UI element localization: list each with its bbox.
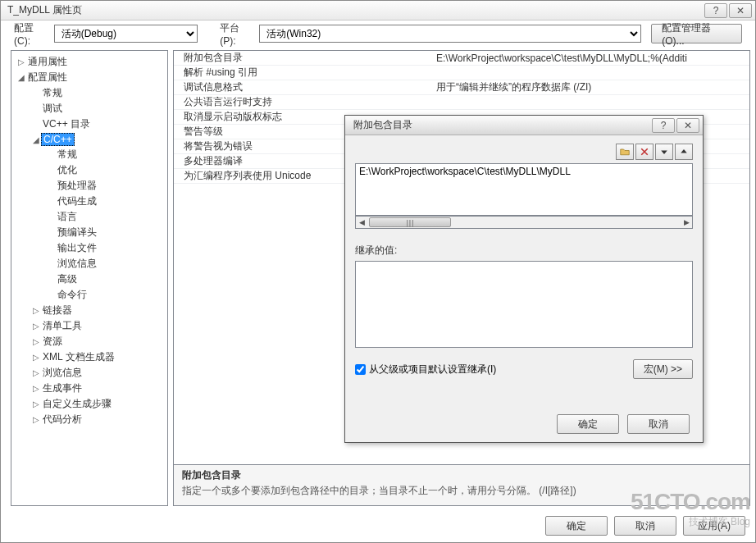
horizontal-scrollbar[interactable]: ◀ III ▶ — [355, 216, 693, 229]
property-row[interactable]: 公共语言运行时支持 — [174, 95, 749, 110]
move-up-button[interactable] — [675, 144, 693, 160]
tree-item-label: 资源 — [41, 335, 64, 349]
new-folder-button[interactable] — [616, 144, 634, 160]
tree-item[interactable]: ▷XML 文档生成器 — [11, 349, 167, 365]
dialog-titlebar: 附加包含目录 ? ✕ — [345, 116, 703, 135]
tree-item[interactable]: 命令行 — [11, 287, 167, 303]
inherited-values-label: 继承的值: — [355, 244, 693, 258]
property-row[interactable]: 附加包含目录E:\WorkProject\workspace\C\test\My… — [174, 51, 749, 66]
macro-button[interactable]: 宏(M) >> — [633, 359, 693, 379]
tree-item[interactable]: 输出文件 — [11, 240, 167, 256]
description-text: 指定一个或多个要添加到包含路径中的目录；当目录不止一个时，请用分号分隔。 (/I… — [182, 484, 741, 498]
tree-item-label: 浏览信息 — [56, 257, 98, 271]
help-icon: ? — [661, 120, 667, 131]
tree-item[interactable]: 预编译头 — [11, 225, 167, 240]
close-icon: ✕ — [684, 120, 692, 131]
cancel-button[interactable]: 取消 — [614, 516, 676, 536]
tree-item-label: 代码生成 — [56, 194, 98, 208]
tree-item-label: VC++ 目录 — [41, 117, 92, 131]
tree-item-label: 优化 — [56, 163, 79, 177]
tree-toggle-icon[interactable]: ▷ — [31, 368, 41, 377]
tree-item[interactable]: 浏览信息 — [11, 256, 167, 272]
tree-item-label: 常规 — [56, 148, 79, 162]
tree-item-label: 预处理器 — [56, 179, 98, 193]
dialog-close-button[interactable]: ✕ — [676, 118, 699, 133]
tree-item[interactable]: ◢C/C++ — [11, 132, 167, 147]
platform-label: 平台(P): — [220, 21, 254, 47]
dialog-ok-button[interactable]: 确定 — [557, 414, 619, 434]
tree-item[interactable]: 代码生成 — [11, 194, 167, 209]
tree-toggle-icon[interactable]: ▷ — [31, 399, 41, 408]
tree-item-label: 代码分析 — [41, 413, 84, 427]
tree-item[interactable]: ▷代码分析 — [11, 412, 167, 427]
close-button[interactable]: ✕ — [729, 3, 752, 18]
tree-item[interactable]: ▷通用属性 — [11, 54, 167, 70]
directory-entry[interactable]: E:\WorkProject\workspace\C\test\MyDLL\My… — [359, 166, 689, 177]
dialog-help-button[interactable]: ? — [652, 118, 675, 133]
inherited-values-list[interactable] — [355, 261, 693, 348]
additional-include-dialog: 附加包含目录 ? ✕ E:\WorkProject\workspace\C\te… — [344, 115, 704, 443]
tree-item[interactable]: 优化 — [11, 162, 167, 178]
tree-item[interactable]: 常规 — [11, 147, 167, 162]
tree-item[interactable]: 预处理器 — [11, 178, 167, 194]
tree-item[interactable]: ◢配置属性 — [11, 70, 167, 85]
move-down-button[interactable] — [655, 144, 673, 160]
dialog-body: E:\WorkProject\workspace\C\test\MyDLL\My… — [345, 135, 703, 387]
property-row[interactable]: 解析 #using 引用 — [174, 66, 749, 80]
tree-toggle-icon[interactable]: ▷ — [31, 306, 41, 315]
tree-toggle-icon[interactable]: ▷ — [31, 353, 41, 362]
help-icon: ? — [713, 5, 719, 16]
tree-toggle-icon[interactable]: ▷ — [31, 322, 41, 331]
description-title: 附加包含目录 — [182, 468, 741, 482]
tree-item-label: 生成事件 — [41, 381, 84, 395]
config-manager-button[interactable]: 配置管理器(O)... — [651, 24, 742, 43]
platform-combo[interactable]: 活动(Win32) — [259, 25, 641, 43]
tree-item[interactable]: 语言 — [11, 209, 167, 225]
property-name: 解析 #using 引用 — [174, 66, 428, 80]
tree-item[interactable]: ▷清单工具 — [11, 318, 167, 334]
tree-toggle-icon[interactable]: ▷ — [31, 337, 41, 346]
tree-toggle-icon[interactable]: ◢ — [31, 135, 41, 144]
tree-item[interactable]: ▷浏览信息 — [11, 365, 167, 381]
scroll-left-icon[interactable]: ◀ — [356, 217, 367, 228]
tree-item[interactable]: ▷资源 — [11, 334, 167, 349]
directory-list[interactable]: E:\WorkProject\workspace\C\test\MyDLL\My… — [355, 163, 693, 216]
property-value[interactable]: E:\WorkProject\workspace\C\test\MyDLL\My… — [428, 52, 749, 64]
tree-toggle-icon[interactable]: ▷ — [16, 57, 26, 66]
tree-item[interactable]: 调试 — [11, 101, 167, 116]
tree-toggle-icon[interactable]: ◢ — [16, 73, 26, 82]
ok-button[interactable]: 确定 — [545, 516, 608, 536]
tree-item[interactable]: ▷链接器 — [11, 303, 167, 318]
property-name: 公共语言运行时支持 — [174, 95, 428, 109]
property-name: 附加包含目录 — [174, 51, 428, 65]
tree-item[interactable]: VC++ 目录 — [11, 116, 167, 132]
scroll-right-icon[interactable]: ▶ — [681, 217, 692, 228]
tree-item-label: XML 文档生成器 — [41, 350, 116, 364]
property-row[interactable]: 调试信息格式用于“编辑并继续”的程序数据库 (/ZI) — [174, 80, 749, 95]
dialog-bottom-buttons: 确定 取消 — [345, 414, 703, 434]
config-label: 配置(C): — [14, 21, 49, 47]
description-panel: 附加包含目录 指定一个或多个要添加到包含路径中的目录；当目录不止一个时，请用分号… — [173, 465, 750, 506]
arrow-down-icon — [659, 147, 669, 157]
tree-item-label: 清单工具 — [41, 319, 84, 333]
config-toolbar: 配置(C): 活动(Debug) 平台(P): 活动(Win32) 配置管理器(… — [1, 21, 755, 47]
tree-item[interactable]: ▷生成事件 — [11, 381, 167, 396]
inherit-checkbox[interactable] — [355, 364, 366, 375]
tree-item-label: 预编译头 — [56, 226, 98, 240]
tree-item[interactable]: ▷自定义生成步骤 — [11, 396, 167, 412]
dialog-cancel-button[interactable]: 取消 — [627, 414, 690, 434]
tree-item[interactable]: 常规 — [11, 85, 167, 101]
config-combo[interactable]: 活动(Debug) — [54, 25, 198, 43]
tree-item-label: 配置属性 — [26, 71, 69, 84]
tree-toggle-icon[interactable]: ▷ — [31, 384, 41, 393]
tree-panel[interactable]: ▷通用属性◢配置属性常规调试VC++ 目录◢C/C++常规优化预处理器代码生成语… — [11, 50, 168, 506]
tree-item[interactable]: 高级 — [11, 272, 167, 287]
apply-button[interactable]: 应用(A) — [683, 516, 745, 536]
scroll-thumb[interactable]: III — [369, 217, 451, 227]
delete-button[interactable] — [635, 144, 654, 160]
tree-toggle-icon[interactable]: ▷ — [31, 415, 41, 424]
property-value[interactable]: 用于“编辑并继续”的程序数据库 (/ZI) — [428, 80, 749, 94]
tree-item-label: 浏览信息 — [41, 366, 84, 380]
help-button[interactable]: ? — [704, 3, 727, 18]
tree-item-label: 常规 — [41, 86, 64, 100]
